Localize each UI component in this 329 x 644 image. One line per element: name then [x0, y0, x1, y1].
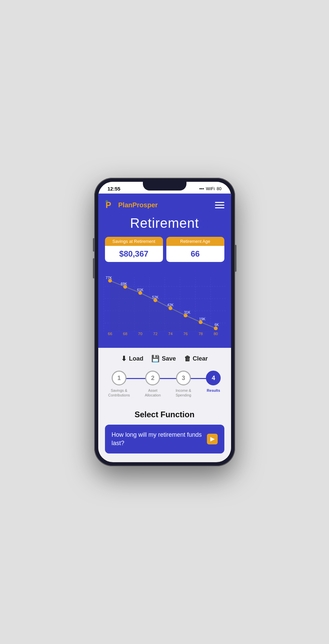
- notch: [143, 182, 186, 191]
- savings-label: Savings at Retirement: [105, 237, 163, 246]
- savings-card: Savings at Retirement $80,367: [105, 237, 163, 262]
- svg-text:31K: 31K: [184, 311, 190, 314]
- stats-row: Savings at Retirement $80,367 Retirement…: [105, 237, 224, 262]
- svg-text:77K: 77K: [105, 276, 112, 280]
- controls-section: ⬇ Load 💾 Save 🗑 Clear: [98, 348, 231, 407]
- function-arrow-icon: ▶: [207, 434, 218, 444]
- hamburger-line-3: [215, 207, 224, 208]
- svg-text:61K: 61K: [137, 288, 143, 292]
- step-3-label: Income &Spending: [176, 388, 191, 398]
- step-4[interactable]: 4 Results: [206, 371, 221, 393]
- logo-text: PlanProsper: [118, 201, 158, 209]
- svg-text:80: 80: [213, 332, 218, 336]
- function-card[interactable]: How long will my retirement funds last? …: [105, 425, 224, 453]
- action-buttons: ⬇ Load 💾 Save 🗑 Clear: [105, 355, 224, 363]
- steps-line: [118, 378, 211, 379]
- hamburger-menu[interactable]: [215, 202, 224, 208]
- save-icon: 💾: [151, 355, 160, 363]
- status-time: 12:55: [108, 186, 120, 192]
- step-1-label: Savings &Contributions: [108, 388, 130, 398]
- svg-text:76: 76: [183, 332, 187, 336]
- chart-container: 77K 69K 61K 52K 42K 31K 19K 6K 66 68 70 …: [104, 274, 226, 341]
- step-1[interactable]: 1 Savings &Contributions: [108, 371, 130, 398]
- svg-point-1: [105, 200, 108, 203]
- logo-icon: P: [105, 199, 117, 211]
- load-icon: ⬇: [121, 355, 127, 363]
- step-2-label: AssetAllocation: [145, 388, 161, 398]
- hamburger-line-1: [215, 202, 224, 203]
- load-button[interactable]: ⬇ Load: [121, 355, 143, 363]
- steps-row: 1 Savings &Contributions 2 AssetAllocati…: [105, 371, 224, 398]
- step-1-circle: 1: [112, 371, 126, 385]
- chart-area: 77K 69K 61K 52K 42K 31K 19K 6K 66 68 70 …: [98, 269, 231, 348]
- step-4-circle: 4: [206, 371, 221, 385]
- chart-svg: 77K 69K 61K 52K 42K 31K 19K 6K 66 68 70 …: [104, 274, 226, 341]
- select-function-section: Select Function How long will my retirem…: [98, 407, 231, 458]
- savings-value: $80,367: [108, 249, 160, 259]
- svg-point-11: [214, 326, 217, 330]
- section-title: Select Function: [105, 410, 224, 419]
- save-button[interactable]: 💾 Save: [151, 355, 176, 363]
- retirement-age-label: Retirement Age: [166, 237, 224, 246]
- step-3[interactable]: 3 Income &Spending: [176, 371, 191, 398]
- battery-icon: 80: [217, 186, 221, 191]
- svg-text:70: 70: [138, 332, 142, 336]
- step-2[interactable]: 2 AssetAllocation: [145, 371, 161, 398]
- header-top: P PlanProsper: [105, 199, 224, 211]
- hamburger-line-2: [215, 205, 224, 206]
- svg-text:19K: 19K: [199, 317, 205, 321]
- page-title: Retirement: [105, 216, 224, 231]
- clear-icon: 🗑: [184, 355, 191, 363]
- svg-text:66: 66: [108, 332, 112, 336]
- app-content: P PlanProsper Retirement: [98, 194, 231, 458]
- svg-text:6K: 6K: [214, 323, 219, 327]
- header: P PlanProsper Retirement: [98, 194, 231, 269]
- clear-button[interactable]: 🗑 Clear: [184, 355, 208, 363]
- signal-icon: ▪▪▪: [199, 186, 204, 191]
- retirement-age-card: Retirement Age 66: [166, 237, 224, 262]
- logo-p: P: [118, 201, 123, 209]
- step-2-circle: 2: [145, 371, 160, 385]
- function-text: How long will my retirement funds last?: [112, 431, 207, 447]
- svg-text:69K: 69K: [120, 282, 127, 286]
- wifi-icon: WiFi: [206, 186, 215, 191]
- svg-text:42K: 42K: [167, 304, 173, 307]
- step-3-circle: 3: [176, 371, 191, 385]
- svg-text:78: 78: [198, 332, 203, 336]
- svg-text:52K: 52K: [152, 296, 158, 299]
- savings-body: $80,367: [105, 246, 163, 262]
- logo: P PlanProsper: [105, 199, 158, 211]
- status-icons: ▪▪▪ WiFi 80: [199, 186, 221, 191]
- retirement-age-value: 66: [170, 249, 221, 259]
- svg-text:72: 72: [153, 332, 157, 336]
- retirement-age-body: 66: [166, 246, 224, 262]
- svg-text:74: 74: [168, 332, 172, 336]
- step-4-label: Results: [207, 388, 220, 393]
- svg-text:68: 68: [123, 332, 127, 336]
